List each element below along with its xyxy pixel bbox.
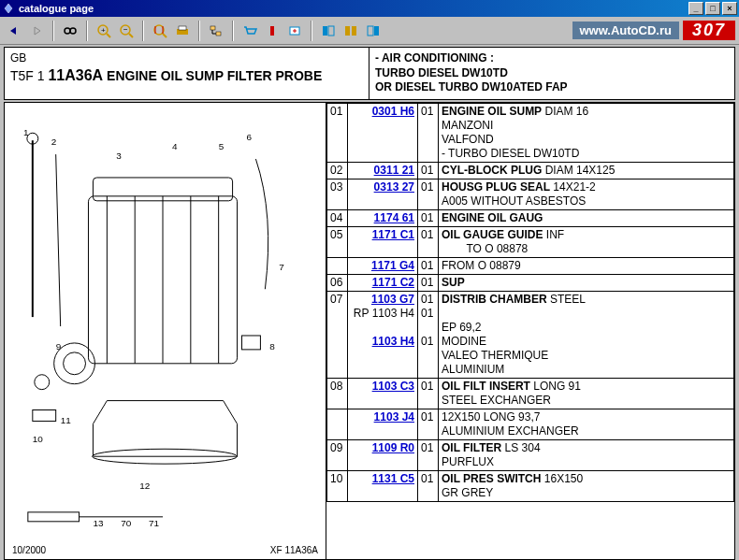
diagram-pane[interactable]: 123456789101112137071 10/2000 XF 11A36A <box>4 102 326 560</box>
part-ref-link[interactable]: 1103 J4 <box>374 410 414 424</box>
parts-pane[interactable]: 010301 H601ENGINE OIL SUMP DIAM 16MANZON… <box>326 102 735 560</box>
svg-point-1 <box>70 28 76 34</box>
part-ref-link[interactable]: 1171 C1 <box>372 228 414 241</box>
cart-icon[interactable] <box>239 21 260 41</box>
diagram-date: 10/2000 <box>12 545 46 555</box>
layout-right-icon[interactable] <box>363 21 384 41</box>
part-ref-link[interactable]: 1109 R0 <box>372 441 414 454</box>
table-row[interactable]: 061171 C201SUP <box>327 274 734 291</box>
desc-cell: OIL GAUGE GUIDE INF TO O 08878 <box>439 226 734 257</box>
desc-cell: OIL FILT INSERT LONG 91STEEL EXCHANGER <box>439 378 734 409</box>
header-row: GB T5F 1 11A36A ENGINE OIL SUMP FILTER P… <box>4 47 735 100</box>
qty-cell: 01 <box>418 470 439 501</box>
tool-red-icon[interactable] <box>262 21 283 41</box>
table-row[interactable]: 020311 2101CYL-BLOCK PLUG DIAM 14X125 <box>327 162 734 179</box>
pos-cell: 03 <box>327 179 348 209</box>
maximize-button[interactable]: □ <box>705 2 720 15</box>
part-ref-link[interactable]: 1171 G4 <box>371 259 414 272</box>
ref-cell: 1109 R0 <box>348 439 418 470</box>
desc-cell: FROM O 08879 <box>439 257 734 274</box>
back-button[interactable] <box>4 21 24 41</box>
desc-cell: ENGINE OIL GAUG <box>439 209 734 226</box>
market-code: GB <box>10 51 363 66</box>
pos-cell: 02 <box>327 162 348 179</box>
part-ref-link[interactable]: 1131 C5 <box>372 472 414 485</box>
svg-rect-22 <box>368 26 373 36</box>
part-ref-link[interactable]: 1171 C2 <box>372 276 414 289</box>
app-logo-icon <box>2 2 15 15</box>
table-row[interactable]: 041174 6101ENGINE OIL GAUG <box>327 209 734 226</box>
table-row[interactable]: 091109 R001OIL FILTER LS 304PURFLUX <box>327 439 734 470</box>
toolbar: + − www.AutoCD.ru 307 <box>0 17 739 45</box>
desc-cell: HOUSG PLUG SEAL 14X21-2A005 WITHOUT ASBE… <box>439 179 734 209</box>
svg-text:+: + <box>101 26 106 35</box>
callout-number: 7 <box>279 262 284 272</box>
zoom-in-icon[interactable]: + <box>94 21 114 41</box>
zoom-out-icon[interactable]: − <box>116 21 137 41</box>
part-ref-link[interactable]: 1103 G7 <box>371 293 414 306</box>
pos-cell: 06 <box>327 274 348 291</box>
svg-point-35 <box>35 375 50 390</box>
part-ref-link[interactable]: 0301 H6 <box>372 105 414 118</box>
print-icon[interactable] <box>172 21 193 41</box>
callout-number: 13 <box>93 518 104 528</box>
part-ref-link[interactable]: 1103 H4 <box>372 335 414 348</box>
qty-cell: 01 <box>418 179 439 209</box>
pos-cell: 09 <box>327 439 348 470</box>
desc-cell: OIL FILTER LS 304PURFLUX <box>439 439 734 470</box>
qty-cell: 01 <box>418 378 439 409</box>
desc-cell: ENGINE OIL SUMP DIAM 16MANZONIVALFOND- T… <box>439 103 734 162</box>
header-right: - AIR CONDITIONING : TURBO DIESEL DW10TD… <box>370 48 734 99</box>
callout-number: 4 <box>172 141 178 151</box>
hdr-r3: OR DIESEL TURBO DW10ATED FAP <box>375 80 568 93</box>
layout-left-icon[interactable] <box>318 21 339 41</box>
header-left: GB T5F 1 11A36A ENGINE OIL SUMP FILTER P… <box>5 48 370 99</box>
layout-split-icon[interactable] <box>341 21 361 41</box>
svg-rect-13 <box>179 26 186 30</box>
zoom-region-icon[interactable] <box>150 21 170 41</box>
table-row[interactable]: 071103 G7RP 1103 H41103 H4010101DISTRIB … <box>327 291 734 378</box>
table-row[interactable]: 081103 C301OIL FILT INSERT LONG 91STEEL … <box>327 378 734 409</box>
svg-rect-36 <box>33 409 56 421</box>
part-ref-link[interactable]: 1103 C3 <box>372 380 414 393</box>
ref-cell: 1171 C1 <box>348 226 418 257</box>
part-ref-link[interactable]: 1174 61 <box>374 211 414 224</box>
svg-point-0 <box>65 28 70 34</box>
pos-cell: 10 <box>327 470 348 501</box>
table-row[interactable]: 101131 C501OIL PRES SWITCH 16X150GR GREY <box>327 470 734 501</box>
binoculars-icon[interactable] <box>60 21 80 41</box>
content: 123456789101112137071 10/2000 XF 11A36A … <box>4 102 735 560</box>
ref-cell: 0313 27 <box>348 179 418 209</box>
svg-rect-21 <box>352 26 356 36</box>
qty-cell: 01 <box>418 257 439 274</box>
pos-cell: 01 <box>327 103 348 162</box>
hdr-r1: - AIR CONDITIONING : <box>375 51 494 65</box>
qty-cell: 01 <box>418 209 439 226</box>
svg-rect-23 <box>374 26 379 36</box>
forward-button[interactable] <box>26 21 47 41</box>
part-ref-link[interactable]: 0311 21 <box>374 164 414 177</box>
callout-number: 8 <box>269 341 275 352</box>
table-row[interactable]: 1171 G401 FROM O 08879 <box>327 257 734 274</box>
table-row[interactable]: 051171 C101OIL GAUGE GUIDE INF TO O 0887… <box>327 226 734 257</box>
diagram-code: XF 11A36A <box>270 545 318 555</box>
table-row[interactable]: 010301 H601ENGINE OIL SUMP DIAM 16MANZON… <box>327 103 734 162</box>
ref-cell: 1171 G4 <box>348 257 418 274</box>
qty-cell: 010101 <box>418 291 439 378</box>
desc-cell: SUP <box>439 274 734 291</box>
ref-cell: 1174 61 <box>348 209 418 226</box>
desc-cell: CYL-BLOCK PLUG DIAM 14X125 <box>439 162 734 179</box>
callout-number: 71 <box>149 518 160 528</box>
folder-tree-icon[interactable] <box>206 21 226 41</box>
minimize-button[interactable]: _ <box>688 2 703 15</box>
close-button[interactable]: × <box>722 2 737 15</box>
ref-cell: 1103 J4 <box>348 409 418 439</box>
desc-cell: 12X150 LONG 93,7ALUMINIUM EXCHANGER <box>439 409 734 439</box>
table-row[interactable]: 030313 2701HOUSG PLUG SEAL 14X21-2A005 W… <box>327 179 734 209</box>
export-icon[interactable] <box>284 21 305 41</box>
table-row[interactable]: 1103 J40112X150 LONG 93,7ALUMINIUM EXCHA… <box>327 409 734 439</box>
svg-rect-14 <box>210 26 215 30</box>
pos-cell: 08 <box>327 378 348 409</box>
part-ref-link[interactable]: 0313 27 <box>374 180 414 194</box>
callout-number: 1 <box>23 127 29 137</box>
